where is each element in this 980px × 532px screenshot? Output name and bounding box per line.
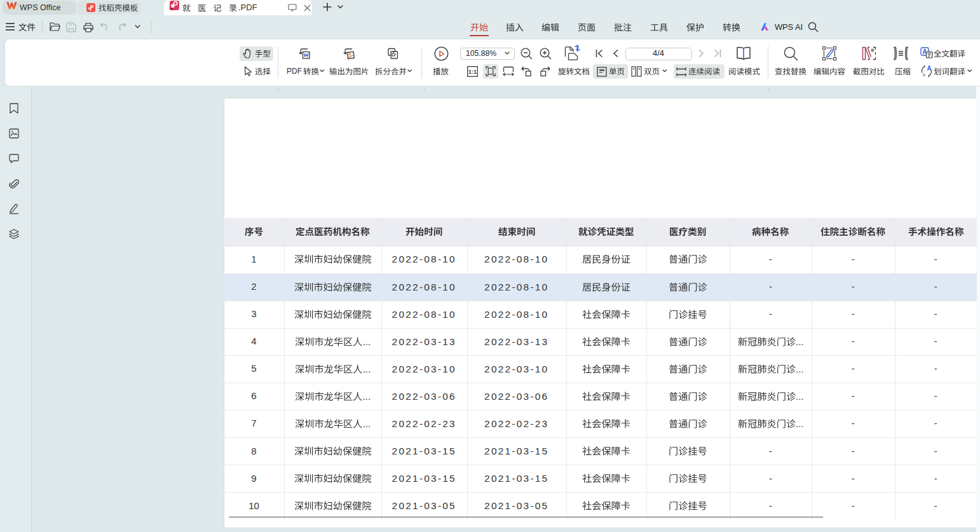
svg-text:x: x	[923, 72, 925, 78]
svg-text:A: A	[927, 65, 931, 72]
svg-text:1:1: 1:1	[468, 69, 477, 75]
